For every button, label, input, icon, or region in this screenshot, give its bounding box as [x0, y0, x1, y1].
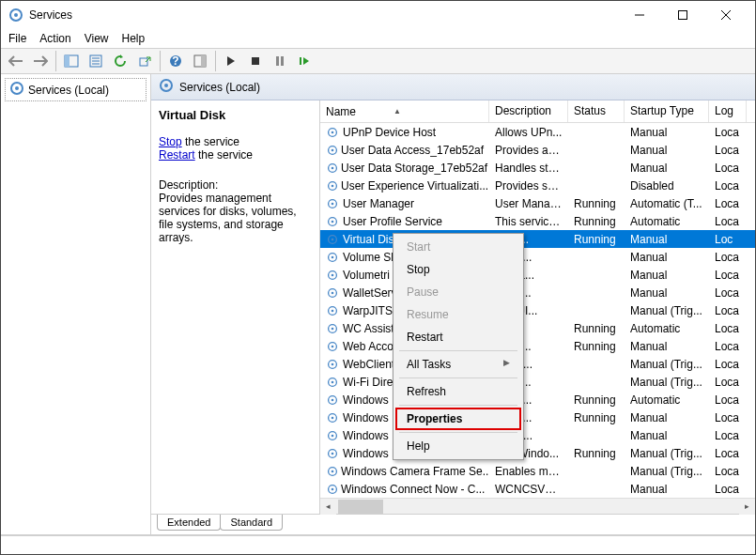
table-row[interactable]: Volumetrispatia...ManualLoca [320, 266, 755, 284]
table-row[interactable]: User ManagerUser Manag...RunningAutomati… [320, 194, 755, 212]
table-row[interactable]: UPnP Device HostAllows UPn...ManualLoca [320, 123, 755, 141]
export-button[interactable] [133, 50, 156, 72]
table-row[interactable]: Windows Connect Now - C...WCNCSVC ...Man… [320, 480, 755, 498]
table-row[interactable]: Windows Camera Frame Se...Enables mul...… [320, 462, 755, 480]
table-row[interactable]: Windowses au...RunningAutomaticLoca [320, 391, 755, 409]
table-row[interactable]: Virtual Dises m...RunningManualLoc [320, 230, 755, 248]
service-logon-cell: Loca [709, 465, 747, 478]
back-button[interactable] [5, 50, 27, 72]
table-row[interactable]: User Profile ServiceThis service ...Runn… [320, 212, 755, 230]
table-row[interactable]: WarpJITSves a JI...Manual (Trig...Loca [320, 301, 755, 319]
service-desc-cell: Provides ap... [489, 144, 568, 157]
service-status-cell: Running [568, 322, 625, 335]
table-row[interactable]: Windowses au...RunningManualLoca [320, 409, 755, 426]
svg-point-50 [332, 345, 334, 347]
tab-standard[interactable]: Standard [220, 515, 283, 531]
table-row[interactable]: Volume Shes an...ManualLoca [320, 248, 755, 266]
scroll-left-icon[interactable]: ◂ [320, 499, 336, 515]
detail-pane: Virtual Disk Stop the service Restart th… [151, 100, 320, 514]
menu-help[interactable]: Help [122, 32, 146, 45]
maximize-button[interactable] [661, 1, 704, 29]
table-row[interactable]: WebClients Win...Manual (Trig...Loca [320, 355, 755, 373]
action-pane-button[interactable] [189, 50, 211, 72]
tree-root-services-local[interactable]: Services (Local) [5, 78, 147, 101]
gear-icon [326, 393, 341, 407]
service-desc-cell: Handles sto... [489, 162, 568, 175]
service-startup-cell: Manual [625, 483, 709, 496]
service-name-cell: User Data Storage_17eb52af [341, 162, 487, 175]
forward-button[interactable] [29, 50, 52, 72]
selected-service-name: Virtual Disk [159, 108, 312, 122]
restart-service-button[interactable] [293, 50, 316, 72]
refresh-toolbar-button[interactable] [109, 50, 131, 72]
service-name-cell: Volumetri [343, 269, 390, 282]
column-header-name[interactable]: Name▲ [320, 100, 489, 122]
service-startup-cell: Manual [625, 144, 709, 157]
table-row[interactable]: WC Assistare ...RunningAutomaticLoca [320, 319, 755, 337]
service-name-cell: WebClient [343, 358, 394, 371]
column-header-description[interactable]: Description [489, 100, 568, 122]
list-header: Name▲ Description Status Startup Type Lo… [320, 100, 755, 123]
svg-point-52 [332, 362, 334, 365]
start-service-button[interactable] [220, 50, 242, 72]
pause-service-button[interactable] [269, 50, 291, 72]
column-header-startup[interactable]: Startup Type [625, 100, 709, 122]
service-name-cell: UPnP Device Host [343, 126, 436, 139]
gear-icon [326, 465, 339, 478]
restart-service-link[interactable]: Restart [159, 148, 195, 162]
column-header-status[interactable]: Status [568, 100, 625, 122]
svg-point-32 [332, 184, 334, 187]
cm-refresh[interactable]: Refresh [395, 380, 521, 403]
svg-point-60 [332, 434, 334, 437]
table-row[interactable]: User Data Storage_17eb52afHandles sto...… [320, 159, 755, 177]
service-logon-cell: Loca [709, 126, 747, 139]
table-row[interactable]: Windows Biometric ServiceThe Windo...Run… [320, 444, 755, 462]
window-title: Services [29, 8, 618, 22]
service-desc-cell: WCNCSVC ... [489, 483, 568, 496]
svg-point-22 [15, 86, 19, 90]
minimize-button[interactable] [618, 1, 661, 29]
properties-toolbar-button[interactable] [85, 50, 107, 72]
table-row[interactable]: User Data Access_17eb52afProvides ap...M… [320, 141, 755, 159]
menu-file[interactable]: File [8, 32, 26, 45]
svg-point-40 [332, 255, 334, 258]
service-name-cell: WarpJITSv [343, 304, 398, 317]
help-toolbar-button[interactable]: ? [164, 50, 187, 72]
column-header-logon[interactable]: Log [709, 100, 747, 122]
close-button[interactable] [704, 1, 748, 29]
service-name-cell: WC Assist [343, 322, 394, 335]
svg-point-48 [332, 327, 334, 330]
service-startup-cell: Manual [625, 429, 709, 442]
stop-service-button[interactable] [244, 50, 267, 72]
cm-stop[interactable]: Stop [395, 258, 521, 281]
table-row[interactable]: Web Accorvice ...RunningManualLoca [320, 337, 755, 355]
service-logon-cell: Loca [709, 286, 747, 300]
scrollbar-thumb[interactable] [338, 500, 383, 514]
service-name-cell: Windows [343, 411, 389, 424]
gear-icon [326, 286, 341, 300]
tab-extended[interactable]: Extended [157, 515, 221, 531]
horizontal-scrollbar[interactable]: ◂ ▸ [320, 498, 755, 514]
service-startup-cell: Manual (Trig... [625, 447, 709, 460]
table-row[interactable]: Wi-Fi Direes co...Manual (Trig...Loca [320, 373, 755, 391]
service-logon-cell: Loca [709, 376, 747, 389]
stop-service-link[interactable]: Stop [159, 135, 182, 148]
gear-icon [326, 340, 341, 353]
table-row[interactable]: WalletServobjec...ManualLoca [320, 284, 755, 301]
table-row[interactable]: Windowses Wi...ManualLoca [320, 426, 755, 444]
cm-restart[interactable]: Restart [395, 326, 521, 348]
menu-action[interactable]: Action [39, 32, 70, 45]
cm-help[interactable]: Help [395, 435, 521, 457]
service-logon-cell: Loca [709, 144, 747, 157]
gear-icon [326, 144, 339, 157]
gear-icon [326, 251, 341, 264]
table-row[interactable]: User Experience Virtualizati...Provides … [320, 177, 755, 194]
scroll-right-icon[interactable]: ▸ [739, 499, 755, 515]
cm-properties[interactable]: Properties [395, 408, 521, 430]
cm-all-tasks[interactable]: All Tasks▶ [395, 353, 521, 376]
service-name-cell: Windows Camera Frame Se... [341, 465, 489, 478]
svg-point-36 [332, 220, 334, 223]
show-hide-tree-button[interactable] [60, 50, 83, 72]
svg-point-34 [332, 202, 334, 205]
menu-view[interactable]: View [85, 32, 109, 45]
